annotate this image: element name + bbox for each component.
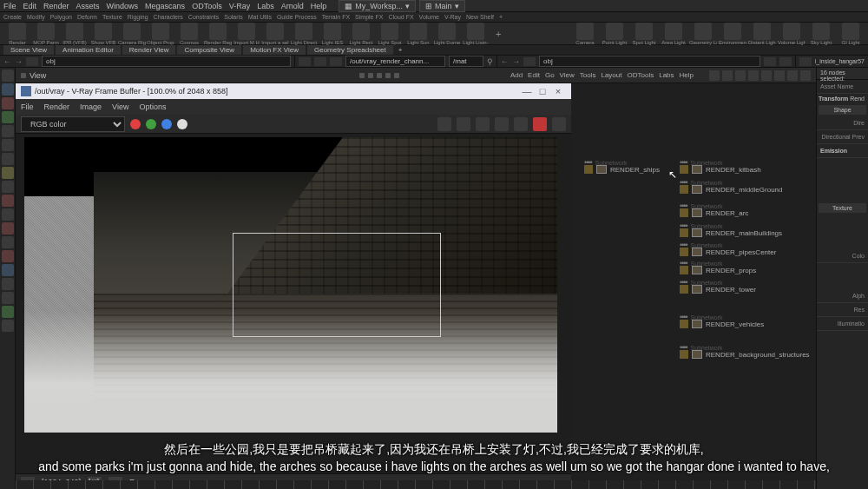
shelf-spotlight-icon[interactable] — [635, 23, 653, 40]
vfb-titlebar[interactable]: /out/vray - V-Ray Frame Buffer - [100.0%… — [16, 83, 571, 99]
tool-icon[interactable] — [2, 125, 14, 137]
net-tool-icon[interactable] — [709, 70, 720, 81]
workspace-selector[interactable]: ▦My_Worksp...▾ — [339, 0, 416, 12]
blue-channel-button[interactable] — [161, 119, 172, 129]
net-tool-icon[interactable] — [787, 70, 798, 81]
menu-labs[interactable]: Labs — [257, 2, 274, 10]
tab-transform[interactable]: Transform — [819, 96, 848, 102]
menu-assets[interactable]: Assets — [76, 2, 100, 10]
net-tool-icon[interactable] — [761, 70, 772, 81]
net-menu-edit[interactable]: Edit — [528, 71, 540, 79]
shelf-lightrect-icon[interactable] — [352, 23, 370, 40]
vfb-menu-render[interactable]: Render — [44, 102, 70, 111]
tool-icon[interactable] — [2, 264, 14, 276]
shelf-render-icon[interactable] — [9, 23, 26, 40]
menu-render[interactable]: Render — [43, 2, 69, 10]
net-tool-icon[interactable] — [722, 70, 733, 81]
tool-icon[interactable] — [2, 320, 14, 332]
view-tool-icon[interactable] — [394, 73, 399, 78]
render-region-box[interactable] — [233, 233, 441, 337]
vfb-menu-image[interactable]: Image — [80, 102, 102, 111]
shelf-add[interactable]: + — [496, 29, 501, 39]
context-selector[interactable]: ⊞Main▾ — [419, 0, 465, 12]
shelf-lightdome-icon[interactable] — [438, 23, 456, 40]
path-mid1[interactable] — [345, 56, 445, 67]
texture-button[interactable]: Texture — [819, 203, 866, 213]
shelf-camrig-icon[interactable] — [123, 23, 141, 40]
tool-icon[interactable] — [2, 236, 14, 248]
timeline[interactable] — [16, 480, 816, 489]
shelf-geomlight-icon[interactable] — [694, 23, 712, 40]
shelf-tab[interactable]: Simple FX — [355, 14, 383, 20]
shelf-importmh-icon[interactable] — [238, 23, 255, 40]
network-node[interactable]: ••••SubnetworkRENDER_middleGround — [680, 178, 723, 187]
tool-icon[interactable] — [2, 292, 14, 304]
menu-vray[interactable]: V-Ray — [229, 2, 251, 10]
menu-help[interactable]: Help — [311, 2, 327, 10]
menu-megascans[interactable]: Megascans — [145, 2, 185, 10]
network-node[interactable]: ••••SubnetworkRENDER_props — [680, 259, 723, 268]
alpha-channel-button[interactable] — [177, 119, 187, 129]
net-menu-odtools[interactable]: ODTools — [628, 71, 654, 79]
shelf-lightsun-icon[interactable] — [410, 23, 427, 40]
menu-odtools[interactable]: ODTools — [192, 2, 222, 10]
path-net[interactable] — [539, 56, 760, 67]
path-icon[interactable] — [779, 57, 792, 66]
shelf-objprop-icon[interactable] — [152, 23, 169, 40]
shelf-tab[interactable]: Guide Process — [277, 14, 317, 20]
back-arrow-icon[interactable]: ← — [3, 57, 11, 66]
path-left[interactable] — [42, 56, 291, 67]
shelf-tab[interactable]: New Shelf — [466, 14, 494, 20]
shelf-tab[interactable]: Terrain FX — [322, 14, 350, 20]
menu-edit[interactable]: Edit — [23, 2, 37, 10]
shelf-renderreg-icon[interactable] — [209, 23, 227, 40]
shelf-tab[interactable]: Cloud FX — [388, 14, 413, 20]
path-icon[interactable] — [330, 57, 342, 66]
tab-animedit[interactable]: Animation Editor — [56, 45, 121, 55]
net-menu-view[interactable]: View — [560, 71, 575, 79]
tool-icon[interactable] — [2, 208, 14, 221]
green-channel-button[interactable] — [146, 119, 156, 129]
net-menu-labs[interactable]: Labs — [659, 71, 674, 79]
shelf-lighties-icon[interactable] — [324, 23, 341, 40]
shelf-tab[interactable]: Solaris — [224, 14, 242, 20]
select-tool-icon[interactable] — [2, 69, 14, 82]
move-tool-icon[interactable] — [2, 83, 14, 96]
tool-icon[interactable] — [2, 139, 14, 151]
tool-icon[interactable] — [2, 167, 14, 179]
net-tool-icon[interactable] — [748, 70, 759, 81]
net-menu-go[interactable]: Go — [545, 71, 555, 79]
path-icon[interactable] — [799, 57, 812, 66]
net-menu-add[interactable]: Add — [510, 71, 523, 79]
path-icon[interactable] — [523, 57, 536, 66]
vfb-tool-icon[interactable] — [495, 117, 509, 131]
path-icon[interactable] — [314, 57, 326, 66]
render-image[interactable] — [24, 137, 557, 433]
shelf-cosmos-icon[interactable] — [181, 23, 198, 40]
tool-icon[interactable] — [2, 153, 14, 165]
shelf-tab[interactable]: V-Ray — [444, 14, 461, 20]
vfb-menu-view[interactable]: View — [112, 102, 128, 111]
add-shelf-tab[interactable]: + — [499, 14, 503, 20]
view-tool-icon[interactable] — [377, 73, 382, 78]
network-node[interactable]: ••••SubnetworkRENDER_vehicles — [680, 313, 723, 321]
fwd-arrow-icon[interactable]: → — [512, 57, 520, 66]
vfb-tool-icon[interactable] — [457, 117, 470, 131]
network-node[interactable]: ••••SubnetworkRENDER_pipesCenter — [680, 241, 723, 249]
shelf-lightdirect-icon[interactable] — [295, 23, 312, 40]
tool-icon[interactable] — [2, 195, 14, 207]
net-menu-tools[interactable]: Tools — [580, 71, 596, 79]
view-tool-icon[interactable] — [385, 73, 391, 78]
shelf-tab[interactable]: Rigging — [128, 14, 148, 20]
vfb-menu-options[interactable]: Options — [139, 102, 166, 111]
shelf-ipr-icon[interactable] — [66, 23, 83, 40]
view-tool-icon[interactable] — [359, 73, 365, 78]
path-icon[interactable] — [299, 57, 311, 66]
shelf-tab[interactable]: Mat Utils — [248, 14, 272, 20]
fwd-arrow-icon[interactable]: → — [15, 57, 23, 66]
shelf-camera-icon[interactable] — [576, 23, 594, 40]
shelf-tab[interactable]: Deform — [77, 14, 97, 20]
shelf-tab[interactable]: Texture — [102, 14, 122, 20]
network-node[interactable]: ••••SubnetworkRENDER_arc — [680, 202, 723, 210]
shelf-gilight-icon[interactable] — [842, 23, 859, 40]
